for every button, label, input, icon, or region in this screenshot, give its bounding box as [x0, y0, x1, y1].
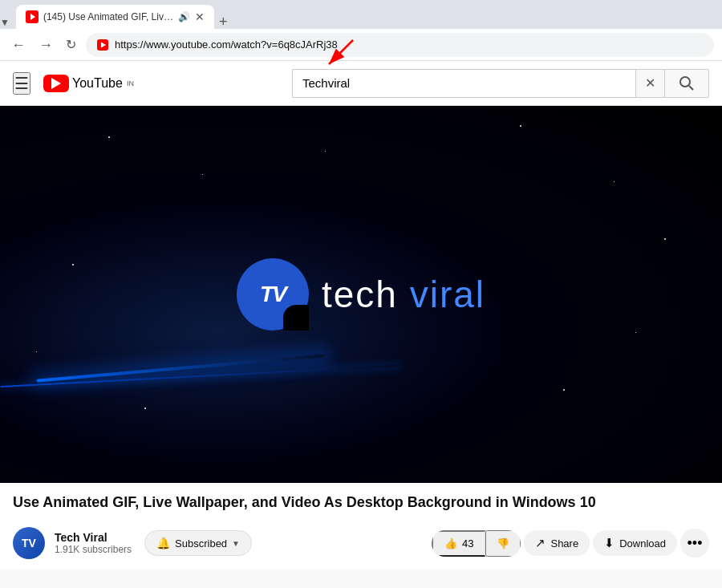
site-favicon-icon — [97, 39, 108, 51]
new-tab-button[interactable]: + — [219, 14, 228, 29]
search-bar: ✕ — [292, 69, 709, 98]
thumbs-down-icon: 👎 — [497, 537, 509, 549]
more-icon: ••• — [688, 535, 703, 552]
tab-title: (145) Use Animated GIF, Liv… — [43, 11, 173, 22]
search-clear-button[interactable]: ✕ — [635, 69, 664, 98]
youtube-logo-icon — [43, 75, 69, 92]
address-input[interactable] — [115, 39, 703, 51]
like-button[interactable]: 👍 43 — [432, 530, 485, 557]
youtube-logo[interactable]: YouTubeIN — [43, 75, 134, 92]
play-icon — [51, 78, 61, 89]
address-bar-row: ← → ↻ — [0, 29, 722, 61]
thumbs-up-icon: 👍 — [444, 537, 457, 549]
active-tab[interactable]: (145) Use Animated GIF, Liv… 🔊 ✕ — [16, 5, 214, 29]
share-label: Share — [550, 537, 578, 549]
video-info: Use Animated GIF, Live Wallpaper, and Vi… — [0, 483, 722, 569]
more-options-button[interactable]: ••• — [680, 529, 709, 558]
youtube-header: ☰ YouTubeIN ✕ — [0, 61, 722, 106]
subscribe-button[interactable]: 🔔 Subscribed ▼ — [144, 530, 252, 556]
download-button[interactable]: ⬇ Download — [593, 530, 677, 556]
tv-logo-circle: TV — [237, 258, 309, 330]
back-button[interactable]: ← — [8, 34, 29, 55]
search-icon — [679, 75, 695, 91]
reload-button[interactable]: ↻ — [63, 35, 79, 55]
share-button[interactable]: ↗ Share — [524, 530, 590, 556]
tv-brand-text: tech viral — [322, 273, 485, 316]
bell-icon: 🔔 — [156, 537, 170, 549]
tab-favicon-icon — [26, 10, 39, 23]
tech-text: tech — [322, 274, 410, 315]
viral-text: viral — [410, 274, 485, 315]
browser-chrome: ▼ (145) Use Animated GIF, Liv… 🔊 ✕ + ← →… — [0, 0, 722, 61]
forward-button[interactable]: → — [35, 34, 56, 55]
channel-info: Tech Viral 1.91K subscribers — [55, 531, 132, 555]
address-bar[interactable] — [86, 33, 714, 57]
audio-icon: 🔊 — [178, 11, 190, 22]
download-icon: ⬇ — [604, 536, 615, 550]
share-icon: ↗ — [535, 536, 546, 550]
youtube-logo-text: YouTube — [72, 76, 123, 91]
tv-initials: TV — [260, 282, 286, 307]
tab-dropdown-button[interactable]: ▼ — [0, 17, 10, 28]
video-actions: 👍 43 👎 ↗ Share ⬇ Download — [432, 529, 709, 558]
svg-point-6 — [680, 77, 690, 87]
channel-avatar[interactable]: TV — [13, 527, 45, 559]
channel-row: TV Tech Viral 1.91K subscribers 🔔 Subscr… — [13, 521, 709, 562]
tab-close-button[interactable]: ✕ — [195, 11, 205, 22]
like-count: 43 — [462, 537, 473, 549]
channel-name[interactable]: Tech Viral — [55, 531, 132, 544]
avatar-initials: TV — [22, 537, 36, 549]
country-badge: IN — [127, 79, 134, 87]
menu-button[interactable]: ☰ — [13, 72, 30, 95]
search-submit-button[interactable] — [664, 69, 709, 98]
youtube-app: ☰ YouTubeIN ✕ — [0, 61, 722, 569]
like-dislike-group: 👍 43 👎 — [432, 530, 521, 557]
subscriber-count: 1.91K subscribers — [55, 544, 132, 555]
download-label: Download — [619, 537, 666, 549]
video-title: Use Animated GIF, Live Wallpaper, and Vi… — [13, 493, 709, 513]
chevron-down-icon: ▼ — [232, 539, 240, 548]
svg-line-7 — [689, 86, 693, 90]
subscribe-label: Subscribed — [175, 537, 227, 549]
video-player[interactable]: TV tech viral — [0, 106, 722, 483]
search-input[interactable] — [292, 69, 635, 98]
tab-bar: ▼ (145) Use Animated GIF, Liv… 🔊 ✕ + — [0, 0, 722, 29]
tab-dropdown: ▼ — [0, 14, 10, 29]
dislike-button[interactable]: 👎 — [485, 530, 521, 557]
tech-viral-logo: TV tech viral — [237, 258, 485, 330]
